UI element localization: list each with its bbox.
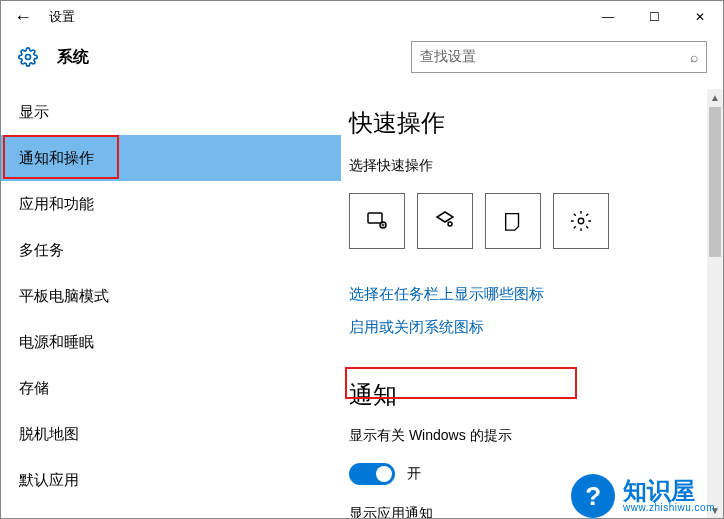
header: 系统 查找设置 ⌕: [1, 33, 723, 81]
search-input[interactable]: 查找设置 ⌕: [411, 41, 707, 73]
link-taskbar-icons[interactable]: 选择在任务栏上显示哪些图标: [349, 285, 544, 304]
maximize-button[interactable]: ☐: [631, 1, 677, 33]
window-title: 设置: [45, 8, 75, 26]
minimize-button[interactable]: —: [585, 1, 631, 33]
gear-icon: [17, 46, 39, 68]
quick-action-note[interactable]: [417, 193, 473, 249]
close-button[interactable]: ✕: [677, 1, 723, 33]
quick-action-settings[interactable]: [553, 193, 609, 249]
section-quick-actions-title: 快速操作: [349, 107, 693, 139]
sidebar: 显示 通知和操作 应用和功能 多任务 平板电脑模式 电源和睡眠 存储 脱机地图 …: [1, 89, 341, 518]
svg-point-4: [578, 218, 584, 224]
section-notifications-title: 通知: [349, 379, 693, 411]
quick-action-tablet-mode[interactable]: [349, 193, 405, 249]
back-button[interactable]: ←: [1, 1, 45, 33]
scroll-up-icon[interactable]: ▲: [707, 89, 723, 105]
sidebar-item-tablet[interactable]: 平板电脑模式: [1, 273, 341, 319]
watermark: ? 知识屋 www.zhishiwu.com: [571, 474, 715, 518]
watermark-badge-icon: ?: [571, 474, 615, 518]
watermark-text: 知识屋: [623, 479, 715, 503]
tips-toggle[interactable]: [349, 463, 395, 485]
sidebar-item-notifications[interactable]: 通知和操作: [1, 135, 341, 181]
scrollbar-thumb[interactable]: [709, 107, 721, 257]
quick-actions-sublabel: 选择快速操作: [349, 157, 693, 175]
sidebar-item-power[interactable]: 电源和睡眠: [1, 319, 341, 365]
svg-point-0: [26, 55, 31, 60]
sidebar-item-multitask[interactable]: 多任务: [1, 227, 341, 273]
svg-point-3: [448, 222, 452, 226]
sidebar-item-display[interactable]: 显示: [1, 89, 341, 135]
page-title: 系统: [57, 47, 89, 68]
sidebar-item-maps[interactable]: 脱机地图: [1, 411, 341, 457]
tips-toggle-state: 开: [407, 465, 421, 483]
watermark-url: www.zhishiwu.com: [623, 503, 715, 513]
svg-rect-1: [368, 213, 382, 223]
link-system-icons[interactable]: 启用或关闭系统图标: [349, 318, 484, 337]
scrollbar[interactable]: ▲ ▼: [707, 89, 723, 518]
search-icon: ⌕: [690, 49, 698, 65]
tips-label: 显示有关 Windows 的提示: [349, 427, 693, 445]
sidebar-item-storage[interactable]: 存储: [1, 365, 341, 411]
search-placeholder: 查找设置: [420, 48, 690, 66]
quick-action-location[interactable]: [485, 193, 541, 249]
sidebar-item-apps[interactable]: 应用和功能: [1, 181, 341, 227]
sidebar-item-default-apps[interactable]: 默认应用: [1, 457, 341, 503]
titlebar: ← 设置 — ☐ ✕: [1, 1, 723, 33]
content-panel: 快速操作 选择快速操作 选择在任务栏上显示哪些图标 启用或关闭系统图标 通知 显…: [341, 89, 723, 518]
